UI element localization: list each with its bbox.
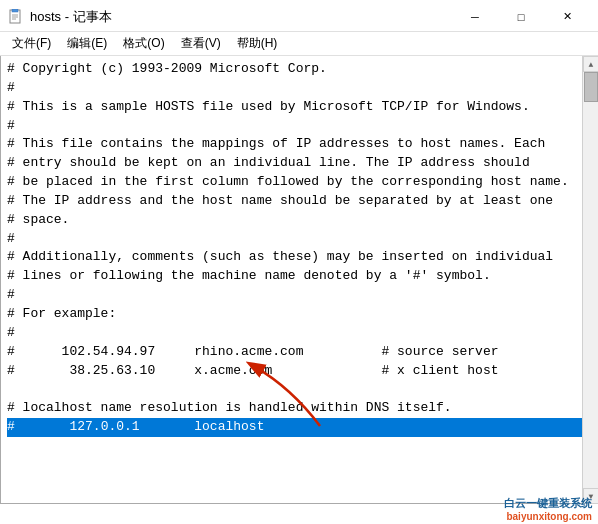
titlebar: hosts - 记事本 ─ □ ✕ (0, 0, 598, 32)
menu-help[interactable]: 帮助(H) (229, 33, 286, 54)
file-content: # Copyright (c) 1993-2009 Microsoft Corp… (7, 60, 591, 437)
menu-view[interactable]: 查看(V) (173, 33, 229, 54)
watermark-line2: baiyunxitong.com (506, 511, 592, 522)
menu-edit[interactable]: 编辑(E) (59, 33, 115, 54)
watermark: 白云一键重装系统 baiyunxitong.com (504, 496, 592, 522)
watermark-line1: 白云一键重装系统 (504, 496, 592, 511)
menubar: 文件(F) 编辑(E) 格式(O) 查看(V) 帮助(H) (0, 32, 598, 56)
scrollbar[interactable]: ▲ ▼ (582, 56, 598, 504)
window-controls: ─ □ ✕ (452, 1, 590, 33)
svg-rect-1 (12, 9, 18, 12)
window-title: hosts - 记事本 (30, 8, 112, 26)
scroll-up-button[interactable]: ▲ (583, 56, 598, 72)
menu-format[interactable]: 格式(O) (115, 33, 172, 54)
menu-file[interactable]: 文件(F) (4, 33, 59, 54)
text-editor[interactable]: # Copyright (c) 1993-2009 Microsoft Corp… (0, 56, 598, 504)
minimize-button[interactable]: ─ (452, 1, 498, 33)
scroll-thumb[interactable] (584, 72, 598, 102)
notepad-icon (8, 9, 24, 25)
maximize-button[interactable]: □ (498, 1, 544, 33)
titlebar-left: hosts - 记事本 (8, 8, 112, 26)
close-button[interactable]: ✕ (544, 1, 590, 33)
